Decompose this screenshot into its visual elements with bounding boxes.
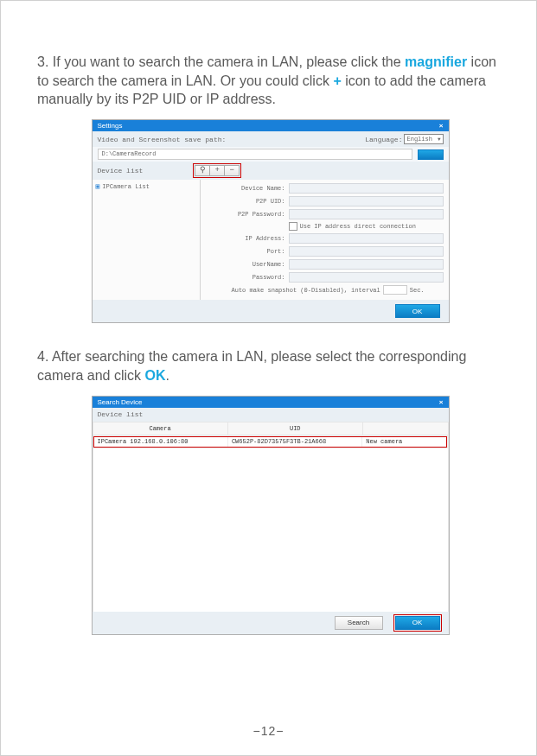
ok-word: OK [145,368,166,383]
path-row2: D:\CameraRecord [93,147,449,162]
col-camera: Camera [93,422,227,435]
ip-address-input[interactable] [289,233,444,244]
use-ip-label: Use IP address direct connection [300,223,416,230]
ok-button[interactable]: OK [395,616,440,630]
search-titlebar: Search Device × [93,397,449,409]
device-name-label: Device Name: [206,185,289,192]
document-page: 3. If you want to search the camera in L… [0,0,537,756]
search-title: Search Device [98,398,143,407]
password-input[interactable] [289,272,444,283]
username-input[interactable] [289,259,444,270]
close-icon[interactable]: × [439,398,444,407]
cell-uid: CW652P-82D73575F3TB-21A668 [227,436,361,448]
port-input[interactable] [289,246,444,257]
tree-root-label: IPCamera List [102,183,150,190]
p2p-uid-label: P2P UID: [206,198,289,205]
snapshot-row: Auto make snapshot (0-Disabled), interva… [206,285,444,295]
device-name-input[interactable] [289,183,444,194]
table-row[interactable]: IPCamera 192.168.0.106:80 CW652P-82D7357… [93,436,447,448]
p2p-password-input[interactable] [289,209,444,219]
device-list-header: Device list ⚲ + − [93,162,449,180]
username-label: UserName: [206,261,289,268]
remove-icon[interactable]: − [225,165,240,176]
step3-text: 3. If you want to search the camera in L… [37,53,503,109]
device-table: Camera UID [93,422,449,435]
path-label: Video and Screenshot save path: [98,136,227,144]
settings-titlebar: Settings × [93,120,449,132]
password-label: Password: [206,274,289,281]
camera-icon: ▣ [96,182,100,191]
use-ip-checkbox[interactable] [289,222,297,231]
device-tree: ▣ IPCamera List [93,180,201,300]
search-icon[interactable]: ⚲ [195,165,210,176]
table-body-wrap: IPCamera 192.168.0.106:80 CW652P-82D7357… [93,435,449,612]
table-header-row: Camera UID [93,422,448,435]
device-form: Device Name: P2P UID: P2P Password: Use … [201,180,449,300]
language-select[interactable]: English ▼ [404,134,443,144]
settings-body: ▣ IPCamera List Device Name: P2P UID: P2… [93,180,449,300]
cell-camera: IPCamera 192.168.0.106:80 [93,436,227,448]
p2p-password-label: P2P Password: [206,211,289,218]
table-empty-area [93,448,448,609]
port-label: Port: [206,248,289,255]
p2p-uid-input[interactable] [289,196,444,206]
chevron-down-icon: ▼ [438,137,441,143]
use-ip-row: Use IP address direct connection [289,222,444,231]
device-list-label: Device list [98,167,144,175]
page-number-value: 12 [261,724,277,738]
search-footer: Search OK [93,612,449,634]
add-icon[interactable]: + [210,165,225,176]
browse-button[interactable] [418,149,444,160]
path-row: Video and Screenshot save path: Language… [93,131,449,147]
step4-suffix: . [166,368,169,383]
settings-title: Settings [98,122,123,130]
device-table-body: IPCamera 192.168.0.106:80 CW652P-82D7357… [93,435,448,448]
search-device-window: Search Device × Device list Camera UID I… [92,396,450,636]
col-uid: UID [227,422,362,435]
cell-status: New camera [362,436,447,448]
step4-prefix: 4. After searching the camera in LAN, pl… [37,349,466,383]
language-label: Language: [365,136,402,144]
settings-footer: OK [93,300,449,322]
col-status [362,422,448,435]
step4-text: 4. After searching the camera in LAN, pl… [37,347,503,384]
device-tools-highlight: ⚲ + − [193,163,241,178]
language-combo[interactable]: Language: English ▼ [365,134,443,144]
snapshot-post: Sec. [410,287,425,294]
plus-word: + [333,73,341,88]
page-number: −12− [1,724,536,738]
settings-window: Settings × Video and Screenshot save pat… [92,119,450,324]
tree-root[interactable]: ▣ IPCamera List [96,182,196,191]
close-icon[interactable]: × [439,122,444,130]
ok-button[interactable]: OK [395,304,440,318]
snapshot-pre: Auto make snapshot (0-Disabled), interva… [232,287,380,294]
search-button[interactable]: Search [335,616,383,630]
path-input[interactable]: D:\CameraRecord [98,149,412,160]
magnifier-word: magnifier [405,54,467,69]
ip-address-label: IP Address: [206,235,289,242]
language-value: English [406,136,432,143]
snapshot-interval-input[interactable] [383,285,407,295]
device-list-label-2: Device list [93,408,449,422]
step3-prefix: 3. If you want to search the camera in L… [37,54,405,69]
